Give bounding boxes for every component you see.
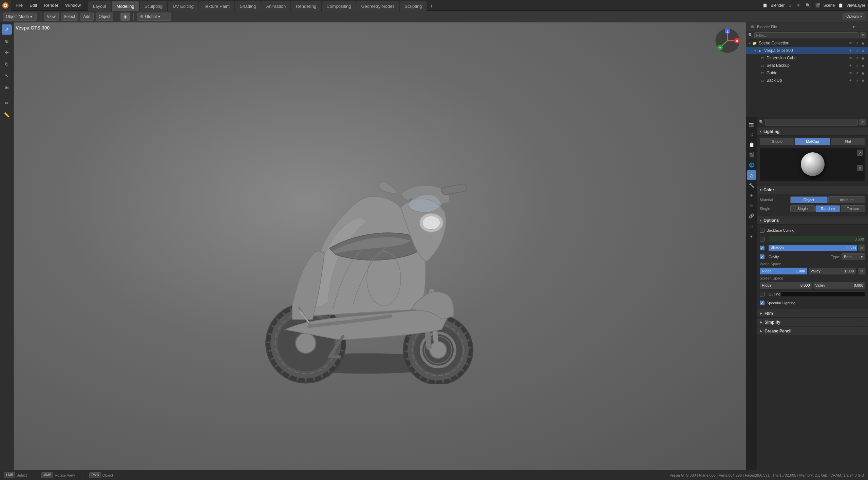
world-cavity-gear[interactable]: ⚙ xyxy=(858,268,865,274)
tool-cursor[interactable]: ⊕ xyxy=(2,36,12,46)
shadow-gear-btn[interactable]: ⚙ xyxy=(858,245,865,251)
props-scene-icon[interactable]: 🎬 xyxy=(747,150,756,159)
tool-rotate[interactable]: ↻ xyxy=(2,59,12,69)
render-icon-backup[interactable]: ◉ xyxy=(861,78,865,83)
tab-animation[interactable]: Animation xyxy=(261,1,290,11)
shadow-slider[interactable]: Shadow 0.500 xyxy=(769,245,857,251)
eye-icon-dim[interactable]: 👁 xyxy=(848,56,853,60)
select-icon-guide[interactable]: ↗ xyxy=(854,71,859,75)
menu-render[interactable]: Render xyxy=(40,0,62,11)
outliner-backup[interactable]: □ Back Up 👁 ↗ ◉ xyxy=(746,77,868,84)
texture-btn[interactable]: Texture xyxy=(841,205,865,212)
tab-shading[interactable]: Shading xyxy=(235,1,261,11)
render-icon-vespa[interactable]: ◉ xyxy=(861,48,865,53)
blender-logo[interactable] xyxy=(0,0,11,11)
world-ridge-slider[interactable]: Ridge 1.000 xyxy=(760,268,807,274)
ss-valley-slider[interactable]: Valley 0.000 xyxy=(813,282,866,289)
tab-texture-paint[interactable]: Texture Paint xyxy=(199,1,234,11)
cavity-checkbox[interactable] xyxy=(760,254,765,259)
flat-btn[interactable]: Flat xyxy=(831,138,865,145)
menu-window[interactable]: Window xyxy=(62,0,84,11)
xray-slider[interactable]: 0.500 xyxy=(769,236,865,242)
outliner-filter-options[interactable]: ▼ xyxy=(860,32,866,38)
view-btn[interactable]: View xyxy=(44,13,59,21)
render-icon-dim[interactable]: ◉ xyxy=(861,56,865,60)
tab-scripting[interactable]: Scripting xyxy=(400,1,427,11)
attribute-btn[interactable]: Attribute xyxy=(828,196,866,203)
props-search-input[interactable] xyxy=(765,119,858,126)
matcap-preview[interactable]: ⤢ ⚙ xyxy=(760,147,865,181)
props-chevron-btn[interactable]: ▾ xyxy=(859,119,866,126)
object-btn[interactable]: Object xyxy=(96,13,114,21)
outline-color-swatch[interactable] xyxy=(780,291,865,297)
viewport[interactable]: Vespa GTS 300 N Z X Y xyxy=(14,22,746,470)
specular-checkbox[interactable] xyxy=(760,301,765,305)
shadow-checkbox[interactable] xyxy=(760,246,765,250)
matcap-settings-btn[interactable]: ⚙ xyxy=(857,165,863,171)
outliner-seat-backup[interactable]: □ Seat Backup 👁 ↗ ◉ xyxy=(746,62,868,69)
tab-sculpting[interactable]: Sculpting xyxy=(140,1,167,11)
xray-checkbox[interactable] xyxy=(760,237,765,242)
studio-btn[interactable]: Studio xyxy=(760,138,794,145)
grease-pencil-section-header[interactable]: ▶ Grease Pencil ··· xyxy=(757,327,868,335)
eye-icon-vespa[interactable]: 👁 xyxy=(848,48,853,53)
tool-annotate[interactable]: ✏ xyxy=(2,98,12,108)
outliner-new-collection-icon[interactable]: + xyxy=(858,24,865,30)
tab-layout[interactable]: Layout xyxy=(88,1,111,11)
single-btn[interactable]: Single xyxy=(790,205,815,212)
cavity-type-dropdown[interactable]: Both ▾ xyxy=(842,253,865,260)
outliner-mode-icon[interactable]: ☰ xyxy=(749,24,756,30)
scene-icon[interactable]: 🎬 xyxy=(814,2,821,9)
props-physics-icon[interactable]: ⚛ xyxy=(747,201,756,210)
props-object-data-icon[interactable]: ◻ xyxy=(747,221,756,231)
object-btn-color[interactable]: Object xyxy=(790,196,828,203)
props-view-layer-icon[interactable]: 📋 xyxy=(747,140,756,149)
props-constraints-icon[interactable]: 🔗 xyxy=(747,211,756,220)
tab-geometry-nodes[interactable]: Geometry Nodes xyxy=(356,1,399,11)
simplify-section-header[interactable]: ▶ Simplify ··· xyxy=(757,318,868,326)
props-particles-icon[interactable]: ✦ xyxy=(747,191,756,200)
tool-move[interactable]: ✛ xyxy=(2,47,12,58)
props-output-icon[interactable]: 🖨 xyxy=(747,130,756,139)
eye-icon-seat[interactable]: 👁 xyxy=(848,63,853,68)
props-object-icon[interactable]: △ xyxy=(747,170,756,180)
search-icon[interactable]: 🔍 xyxy=(804,2,812,9)
tool-measure[interactable]: 📏 xyxy=(2,110,12,120)
select-btn[interactable]: Select xyxy=(61,13,78,21)
tool-select[interactable]: ↗ xyxy=(2,24,12,35)
menu-file[interactable]: File xyxy=(12,0,26,11)
ss-ridge-slider[interactable]: Ridge 0.000 xyxy=(760,282,812,289)
render-icon[interactable]: ◉ xyxy=(861,41,865,45)
info-icon[interactable]: ℹ xyxy=(787,2,793,9)
add-btn[interactable]: Add xyxy=(80,13,93,21)
outline-checkbox[interactable] xyxy=(760,292,765,296)
world-valley-slider[interactable]: Valley 1.000 xyxy=(809,268,856,274)
eye-icon[interactable]: 👁 xyxy=(848,41,853,45)
tool-scale[interactable]: ⤡ xyxy=(2,71,12,81)
outliner-vespa-collection[interactable]: ▾ ▶ Vespa GTS 300 👁 ↗ ◉ xyxy=(746,47,868,54)
props-render-icon[interactable]: 📷 xyxy=(747,119,756,129)
outliner-guide[interactable]: □ Guide 👁 ↗ ◉ xyxy=(746,69,868,77)
select-icon-backup[interactable]: ↗ xyxy=(854,78,859,83)
axis-gizmo[interactable]: Z X Y xyxy=(714,27,741,54)
select-icon-seat[interactable]: ↗ xyxy=(854,63,859,68)
backface-culling-checkbox[interactable] xyxy=(760,228,765,233)
color-section-header[interactable]: ▾ Color ··· xyxy=(757,186,868,194)
matcap-btn[interactable]: MatCap xyxy=(795,138,830,145)
mode-dropdown[interactable]: Object Mode ▾ xyxy=(3,13,37,21)
tab-rendering[interactable]: Rendering xyxy=(291,1,321,11)
tab-modeling[interactable]: Modeling xyxy=(112,1,139,11)
random-btn[interactable]: Random xyxy=(815,205,840,212)
eye-icon-guide[interactable]: 👁 xyxy=(848,71,853,75)
outliner-search-input[interactable] xyxy=(754,32,858,38)
select-icon-vespa[interactable]: ↗ xyxy=(854,48,859,53)
add-workspace-button[interactable]: + xyxy=(427,1,436,11)
menu-edit[interactable]: Edit xyxy=(26,0,40,11)
eye-icon[interactable]: 👁 xyxy=(796,2,801,9)
transform-pivot[interactable]: ⊕ Global ▾ xyxy=(137,13,171,21)
select-icon[interactable]: ↗ xyxy=(854,41,859,45)
matcap-expand-btn[interactable]: ⤢ xyxy=(857,150,863,156)
props-modifier-icon[interactable]: 🔧 xyxy=(747,180,756,190)
viewport-shading-solid[interactable]: ◉ xyxy=(120,13,130,21)
options-section-header[interactable]: ▾ Options ··· xyxy=(757,216,868,225)
